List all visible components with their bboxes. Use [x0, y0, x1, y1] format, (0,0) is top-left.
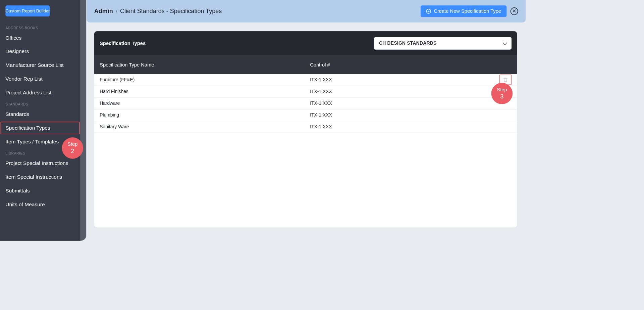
plus-circle-icon: +: [426, 9, 431, 14]
table-row[interactable]: Plumbing ITX-1.XXX: [94, 109, 517, 121]
column-name: Specification Type Name: [100, 62, 310, 68]
table-header: Specification Type Name Control #: [94, 55, 517, 74]
table-row[interactable]: Hardware ITX-1.XXX: [94, 98, 517, 109]
sidebar-item-standards[interactable]: Standards: [0, 107, 80, 121]
sidebar-section-address-books: ADDRESS BOOKS: [0, 23, 80, 31]
sidebar-section-standards: STANDARDS: [0, 99, 80, 107]
sidebar-item-specification-types[interactable]: Specification Types: [0, 121, 80, 135]
cell-control: ITX-1.XXX: [310, 113, 480, 118]
annotation-step-3: Step 3: [491, 83, 513, 104]
breadcrumb-page: Client Standards - Specification Types: [120, 8, 222, 15]
create-specification-type-button[interactable]: + Create New Specification Type: [421, 5, 506, 17]
table-row[interactable]: Sanitary Ware ITX-1.XXX: [94, 121, 517, 133]
chevron-down-icon: [503, 40, 507, 45]
step-label: Step: [67, 141, 77, 147]
sidebar-item-item-special-instructions[interactable]: Item Special Instructions: [0, 170, 80, 184]
standards-dropdown[interactable]: CH DESIGN STANDARDS: [374, 37, 512, 50]
cell-name: Furniture (FF&E): [100, 77, 310, 82]
cell-name: Hard Finishes: [100, 89, 310, 94]
page-header: Admin › Client Standards - Specification…: [87, 0, 526, 23]
cell-name: Sanitary Ware: [100, 124, 310, 130]
close-icon[interactable]: ✕: [511, 7, 518, 15]
sidebar-item-designers[interactable]: Designers: [0, 45, 80, 58]
trash-icon: [503, 77, 508, 82]
cell-name: Hardware: [100, 101, 310, 106]
cell-control: ITX-1.XXX: [310, 89, 480, 94]
chevron-right-icon: ›: [116, 8, 117, 14]
sidebar-item-submittals[interactable]: Submittals: [0, 184, 80, 198]
sidebar-item-manufacturer-source-list[interactable]: Manufacturer Source List: [0, 58, 80, 72]
cell-control: ITX-1.XXX: [310, 101, 480, 106]
sidebar-item-offices[interactable]: Offices: [0, 31, 80, 45]
cell-control: ITX-1.XXX: [310, 77, 480, 82]
breadcrumb: Admin › Client Standards - Specification…: [94, 8, 222, 15]
sidebar: Custom Report Builder ADDRESS BOOKS Offi…: [0, 0, 80, 241]
create-button-label: Create New Specification Type: [434, 8, 501, 14]
panel-header: Specification Types CH DESIGN STANDARDS: [94, 31, 517, 55]
cell-control: ITX-1.XXX: [310, 124, 480, 130]
step-label: Step: [497, 87, 507, 93]
table-row[interactable]: Hard Finishes ITX-1.XXX: [94, 86, 517, 98]
table-row[interactable]: Furniture (FF&E) ITX-1.XXX: [94, 74, 517, 86]
standards-dropdown-value: CH DESIGN STANDARDS: [379, 41, 437, 46]
breadcrumb-root[interactable]: Admin: [94, 8, 113, 15]
annotation-step-2: Step 2: [62, 137, 84, 159]
sidebar-item-units-of-measure[interactable]: Units of Measure: [0, 198, 80, 212]
panel-title: Specification Types: [100, 40, 146, 46]
sidebar-item-project-special-instructions[interactable]: Project Special Instructions: [0, 157, 80, 170]
sidebar-item-vendor-rep-list[interactable]: Vendor Rep List: [0, 72, 80, 86]
specification-types-panel: Specification Types CH DESIGN STANDARDS …: [94, 31, 517, 228]
step-number: 2: [71, 147, 74, 155]
cell-name: Plumbing: [100, 113, 310, 118]
step-number: 3: [500, 93, 503, 100]
sidebar-item-project-address-list[interactable]: Project Address List: [0, 86, 80, 100]
custom-report-builder-button[interactable]: Custom Report Builder: [5, 5, 50, 16]
column-control: Control #: [310, 62, 480, 68]
